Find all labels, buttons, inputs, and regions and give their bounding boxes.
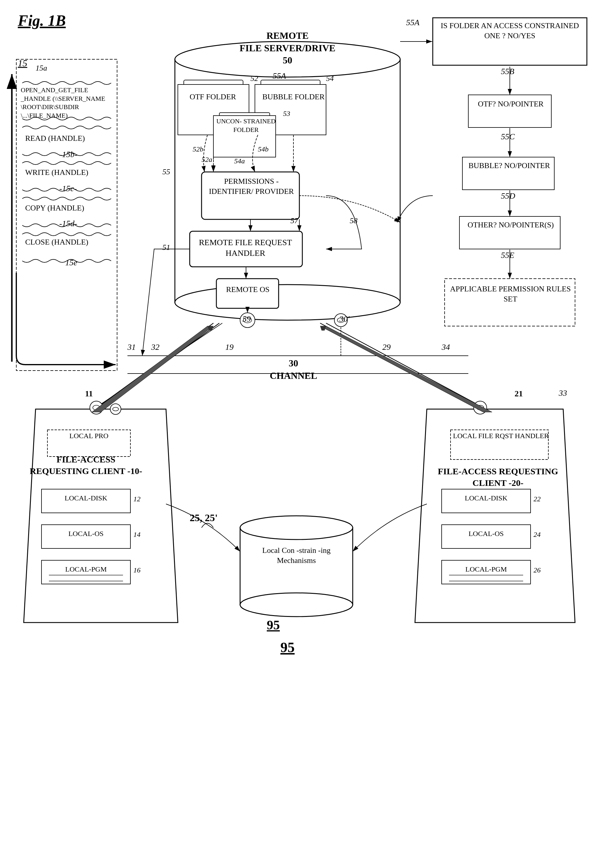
svg-line-47 (320, 323, 480, 409)
bubble-folder-label: BUBBLE FOLDER (258, 92, 329, 102)
bubble-q-label: BUBBLE? NO/POINTER (465, 161, 554, 171)
svg-marker-60 (92, 326, 214, 412)
local-pgm-20-label: LOCAL-PGM (443, 565, 529, 574)
ref-12: 12 (133, 495, 141, 503)
channel-label: 30 CHANNEL (252, 357, 335, 382)
ref-29: 29 (382, 343, 391, 352)
ref-26: 26 (534, 566, 540, 574)
ref-30p: 30' (339, 314, 350, 324)
ref-22: 22 (534, 495, 540, 503)
client-20-label: FILE-ACCESS REQUESTING CLIENT -20- (436, 465, 560, 488)
ref-16: 16 (133, 566, 141, 574)
svg-point-54 (474, 401, 487, 414)
ref-11: 11 (33, 388, 145, 399)
local-disk-20-label: LOCAL-DISK (443, 494, 529, 503)
svg-marker-34 (415, 409, 575, 623)
svg-marker-61 (207, 326, 214, 330)
ref-58: 58 (350, 216, 358, 225)
ref-24: 24 (534, 531, 540, 539)
ref-51: 51 (163, 243, 170, 252)
ref-15e: 15e (65, 258, 77, 267)
ref-95: 95 (267, 617, 280, 634)
ref-15d: -15d- (59, 219, 77, 228)
is-folder-label: IS FOLDER AN ACCESS CONSTRAINED ONE ? NO… (434, 21, 585, 41)
ref-55: 55 (163, 167, 170, 177)
ref-31: 31 (127, 343, 136, 352)
local-file-rqst-label: LOCAL FILE RQST HANDLER (452, 431, 550, 440)
permissions-label: PERMISSIONS -IDENTIFIER/ PROVIDER (204, 177, 299, 197)
ref-57: 57 (291, 216, 298, 225)
svg-point-52 (110, 404, 121, 414)
ref-15c: -15c- (59, 184, 77, 193)
ref-55e: 55E (501, 251, 514, 260)
ref-19: 19 (225, 343, 234, 352)
other-q-label: OTHER? NO/POINTER(S) (462, 220, 560, 230)
ref-54b: 54b (258, 145, 269, 153)
ref-15a: 15a (36, 64, 47, 73)
ref-14: 14 (133, 531, 141, 539)
fig-label: Fig. 1B (18, 12, 66, 29)
open-handle-label: OPEN_AND_GET_FILE _HANDLE (\\SERVER_NAME… (21, 86, 116, 120)
otf-q-label: OTF? NO/POINTER (471, 99, 551, 109)
ref-59: 59 (243, 314, 251, 324)
ref-54a: 54a (234, 157, 245, 165)
remote-file-server-label: REMOTE FILE SERVER/DRIVE 50 (214, 29, 362, 67)
svg-point-53 (113, 407, 119, 411)
applicable-label: APPLICABLE PERMISSION RULES SET (447, 284, 574, 304)
svg-rect-6 (184, 80, 243, 86)
ref-33: 33 (559, 388, 567, 398)
ref-52: 52 (251, 74, 258, 83)
ref-55d: 55D (501, 191, 515, 201)
ref-15: 15 (18, 58, 27, 69)
constraining-label: Local Con -strain -ing Mechanisms (243, 546, 350, 566)
svg-point-43 (240, 593, 353, 617)
ref-52b: 52b (193, 145, 203, 153)
unconstrained-folder-label: UNCON- STRAINED FOLDER (215, 117, 277, 134)
ref-53: 53 (283, 110, 290, 118)
ref-15b: -15b- (59, 150, 77, 159)
local-pgm-10-label: LOCAL-PGM (43, 565, 129, 574)
remote-os-label: REMOTE OS (218, 285, 277, 294)
close-label: CLOSE (HANDLE) (25, 237, 105, 247)
svg-point-51 (93, 405, 100, 410)
rfrh-label: REMOTE FILE REQUEST HANDLER (192, 237, 299, 259)
local-pro-label: LOCAL PRO (49, 431, 129, 440)
svg-rect-10 (219, 113, 270, 117)
local-os-20-label: LOCAL-OS (443, 529, 529, 538)
svg-rect-41 (240, 528, 353, 605)
local-disk-10-label: LOCAL-DISK (43, 494, 129, 503)
diagram-container: 95 (0, 0, 610, 868)
local-os-10-label: LOCAL-OS (43, 529, 129, 538)
svg-marker-27 (24, 409, 178, 623)
client-10-label: FILE-ACCESS REQUESTING CLIENT -10- (29, 454, 142, 477)
svg-point-4 (175, 285, 400, 320)
ref-50: 55A (273, 71, 286, 81)
svg-marker-62 (320, 326, 492, 412)
svg-marker-63 (320, 326, 326, 330)
read-label: READ (HANDLE) (25, 133, 105, 144)
ref-25: 25, 25' (190, 512, 218, 524)
svg-rect-8 (261, 80, 320, 86)
ref-55b: 55B (501, 67, 514, 76)
ref-34: 34 (442, 343, 450, 352)
svg-text:95: 95 (280, 639, 295, 655)
ref-55c: 55C (501, 132, 515, 141)
write-label: WRITE (HANDLE) (25, 167, 105, 178)
ref-54: 54 (326, 74, 334, 83)
ref-55a: 55A (406, 18, 420, 27)
ref-21: 21 (462, 388, 575, 399)
svg-line-48 (326, 323, 486, 409)
svg-point-55 (477, 405, 484, 410)
svg-point-50 (90, 401, 103, 414)
ref-52a: 52a (201, 156, 212, 164)
copy-label: COPY (HANDLE) (25, 203, 105, 213)
otf-folder-label: OTF FOLDER (180, 92, 245, 102)
svg-point-42 (240, 516, 353, 539)
ref-32: 32 (151, 343, 159, 352)
